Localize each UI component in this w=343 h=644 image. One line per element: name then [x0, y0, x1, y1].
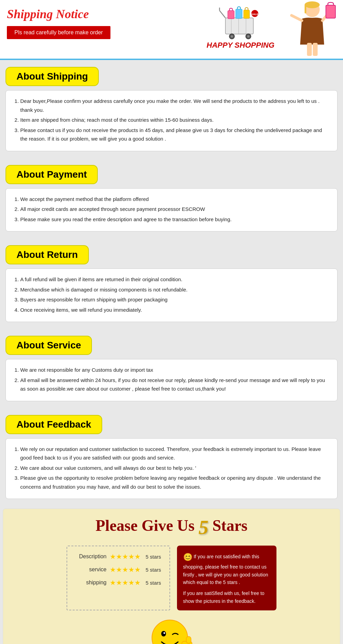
- list-item: All major credit cards are accepted thro…: [20, 205, 330, 214]
- stars-icons-service: ★★★★★: [110, 565, 141, 574]
- service-heading-text: About Service: [16, 340, 81, 350]
- page-title: Shipping Notice: [7, 7, 110, 21]
- person-illustration: [278, 0, 340, 58]
- svg-rect-9: [228, 11, 234, 19]
- svg-point-8: [247, 35, 250, 38]
- return-list: A full refund will be given if items are…: [13, 275, 330, 314]
- list-item: Buyers are responsible for return shippi…: [20, 295, 330, 304]
- stars-info-text-1: 😊 If you are not satisfied with this sho…: [183, 551, 270, 586]
- header-right: SALE: [199, 0, 343, 60]
- list-item: We accept the payment method that the pl…: [20, 195, 330, 204]
- stars-count-shipping: 5 stars: [145, 580, 161, 586]
- service-heading-badge: About Service: [5, 336, 92, 355]
- shipping-section: About Shipping Dear buyer,Please confirm…: [0, 60, 343, 158]
- return-content-box: A full refund will be given if items are…: [5, 269, 338, 322]
- happy-shopping-label: HAPPY SHOPPING: [206, 41, 274, 50]
- svg-rect-22: [305, 5, 306, 13]
- svg-text:SALE: SALE: [251, 13, 259, 16]
- feedback-list: We rely on our reputation and customer s…: [13, 445, 330, 491]
- page-header: Shipping Notice Pls read carefully befor…: [0, 0, 343, 60]
- svg-rect-28: [307, 43, 312, 56]
- list-item: All email will be answered within 24 hou…: [20, 376, 330, 393]
- stars-row-shipping: shipping ★★★★★ 5 stars: [75, 579, 161, 587]
- svg-point-21: [305, 1, 320, 8]
- thank-you-emoji: [149, 617, 194, 644]
- svg-point-30: [152, 620, 188, 644]
- svg-rect-0: [225, 18, 253, 34]
- list-item: Please make sure you read the entire des…: [20, 215, 330, 224]
- shipping-heading-badge: About Shipping: [5, 67, 99, 86]
- svg-rect-12: [236, 9, 242, 18]
- list-item: Please contact us if you do not receive …: [20, 126, 330, 143]
- list-item: Merchandise which is damaged or missing …: [20, 285, 330, 294]
- feedback-heading-badge: About Feedback: [5, 415, 102, 434]
- stars-title-suffix: Stars: [209, 517, 248, 534]
- stars-table: Description ★★★★★ 5 stars service ★★★★★ …: [67, 546, 170, 610]
- stars-content-area: Description ★★★★★ 5 stars service ★★★★★ …: [9, 546, 334, 610]
- service-content-box: We are not responsible for any Customs d…: [5, 359, 338, 401]
- list-item: Dear buyer,Please confirm your address c…: [20, 97, 330, 114]
- feedback-content-box: We rely on our reputation and customer s…: [5, 438, 338, 499]
- stars-info-text-2: If you are satiSfied with us, feel free …: [183, 589, 270, 605]
- payment-section: About Payment We accept the payment meth…: [0, 158, 343, 239]
- svg-rect-25: [326, 5, 335, 18]
- smiley-icon: 😊: [183, 553, 192, 561]
- thank-you-section: Thank you!: [9, 610, 334, 644]
- stars-section: Please Give Us 5 Stars Description ★★★★★…: [3, 509, 340, 644]
- list-item: A full refund will be given if items are…: [20, 275, 330, 284]
- list-item: We are not responsible for any Customs d…: [20, 366, 330, 374]
- header-subtitle: Pls read carefully before make order: [7, 26, 110, 39]
- list-item: We rely on our reputation and customer s…: [20, 445, 330, 462]
- shipping-list: Dear buyer,Please confirm your address c…: [13, 97, 330, 143]
- service-section: About Service We are not responsible for…: [0, 329, 343, 408]
- stars-count-service: 5 stars: [145, 567, 161, 573]
- svg-point-32: [164, 632, 165, 634]
- header-left: Shipping Notice Pls read carefully befor…: [7, 7, 110, 39]
- svg-rect-29: [313, 43, 318, 56]
- return-section: About Return A full refund will be given…: [0, 238, 343, 329]
- list-item: Please give us the opportunity to resolv…: [20, 474, 330, 491]
- feedback-heading-text: About Feedback: [16, 419, 91, 430]
- payment-heading-badge: About Payment: [5, 165, 98, 184]
- list-item: Once receiving items, we will refund you…: [20, 306, 330, 314]
- payment-list: We accept the payment method that the pl…: [13, 195, 330, 224]
- return-heading-badge: About Return: [5, 245, 89, 264]
- return-heading-text: About Return: [16, 249, 78, 260]
- stars-label-description: Description: [75, 553, 106, 560]
- payment-heading-text: About Payment: [16, 169, 87, 180]
- stars-label-service: service: [75, 567, 106, 573]
- svg-rect-15: [244, 10, 249, 19]
- stars-title-prefix: Please Give Us: [96, 517, 199, 534]
- stars-title: Please Give Us 5 Stars: [9, 516, 334, 539]
- list-item: We care about our value customers, and w…: [20, 464, 330, 473]
- shipping-content-box: Dear buyer,Please confirm your address c…: [5, 90, 338, 151]
- svg-point-31: [161, 631, 166, 636]
- stars-icons-shipping: ★★★★★: [110, 579, 141, 587]
- svg-line-23: [292, 15, 302, 21]
- stars-info-box: 😊 If you are not satisfied with this sho…: [177, 546, 276, 610]
- svg-rect-34: [186, 636, 191, 643]
- feedback-section: About Feedback We rely on our reputation…: [0, 408, 343, 506]
- stars-row-description: Description ★★★★★ 5 stars: [75, 552, 161, 561]
- payment-content-box: We accept the payment method that the pl…: [5, 188, 338, 232]
- list-item: Item are shipped from china; reach most …: [20, 116, 330, 124]
- service-list: We are not responsible for any Customs d…: [13, 366, 330, 393]
- shipping-heading-text: About Shipping: [16, 71, 88, 82]
- stars-icons-description: ★★★★★: [110, 552, 141, 561]
- main-content: About Shipping Dear buyer,Please confirm…: [0, 60, 343, 644]
- stars-label-shipping: shipping: [75, 580, 106, 586]
- svg-point-6: [231, 35, 233, 38]
- stars-row-service: service ★★★★★ 5 stars: [75, 565, 161, 574]
- stars-number: 5: [199, 516, 209, 538]
- stars-count-description: 5 stars: [145, 554, 161, 560]
